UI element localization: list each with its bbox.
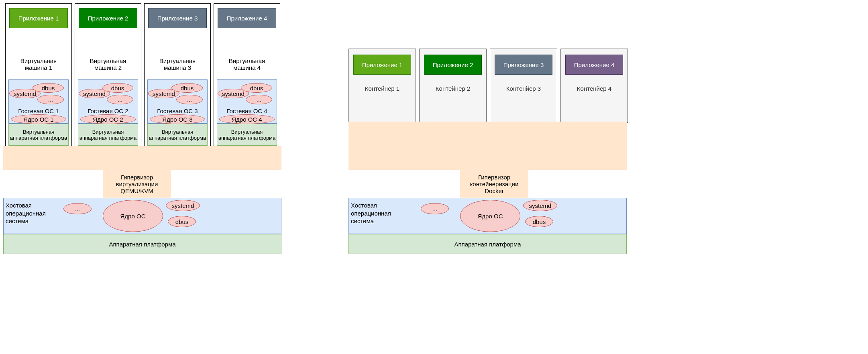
host-kernel-left: Ядро ОС	[103, 200, 163, 232]
container-name-2: Контейнер 2	[423, 83, 483, 93]
hypervisor-bar-right	[348, 122, 627, 170]
guest-kernel-2: Ядро ОС 2	[80, 114, 136, 124]
guest-dots-4: ...	[246, 95, 272, 104]
diagram-canvas: Приложение 1 Виртуальная машина 1 Гостев…	[3, 3, 865, 351]
container-app-box-2: Приложение 2	[424, 55, 482, 75]
virtual-hw-box-3: Виртуальная аппаратная платформа	[147, 124, 208, 146]
container-name-3: Контенйер 3	[494, 83, 553, 93]
virtual-hw-box-2: Виртуальная аппаратная платформа	[78, 124, 138, 146]
guest-kernel-1: Ядро ОС 1	[11, 114, 66, 124]
app-box-1: Приложение 1	[9, 8, 68, 28]
vm-label-4: Виртуальная машина 4	[217, 56, 277, 72]
container-name-4: Контенйер 4	[564, 83, 624, 93]
container-name-1: Контейнер 1	[352, 83, 412, 93]
hardware-box-right: Аппаратная платформа	[348, 234, 627, 254]
vm-label-2: Виртуальная машина 2	[78, 56, 138, 72]
hypervisor-box-left: Гипервизор виртуализации QEMU/KVM	[103, 170, 171, 198]
guest-kernel-4: Ядро ОС 4	[219, 114, 275, 124]
host-systemd-left: systemd	[166, 200, 200, 211]
guest-dbus-3: dbus	[171, 83, 203, 93]
guest-os-label-2: Гостевая ОС 2	[78, 107, 138, 115]
guest-dbus-2: dbus	[102, 83, 133, 93]
guest-os-label-1: Гостевая ОС 1	[8, 107, 69, 115]
vm-label-1: Виртуальная машина 1	[8, 56, 69, 72]
hypervisor-label-left: Гипервизор виртуализации QEMU/KVM	[103, 174, 171, 194]
hypervisor-bar-left	[3, 146, 281, 170]
container-app-box-1: Приложение 1	[353, 55, 411, 75]
host-dbus-right: dbus	[525, 216, 553, 227]
hardware-box-left: Аппаратная платформа	[3, 234, 281, 254]
virtual-hw-box-4: Виртуальная аппаратная платформа	[217, 124, 277, 146]
app-label-4: Приложение 4	[227, 15, 267, 22]
guest-dbus-4: dbus	[241, 83, 272, 93]
vm-label-3: Виртуальная машина 3	[147, 56, 208, 72]
app-box-4: Приложение 4	[218, 8, 276, 28]
guest-kernel-3: Ядро ОС 3	[150, 114, 205, 124]
app-label-3: Приложение 3	[157, 15, 198, 22]
guest-os-label-4: Гостевая ОС 4	[217, 107, 277, 115]
hypervisor-box-right: Гипервизор контейнеризации Docker	[460, 170, 528, 198]
app-label-2: Приложение 2	[88, 15, 128, 22]
host-kernel-right: Ядро ОС	[460, 200, 520, 232]
guest-os-label-3: Гостевая ОС 3	[147, 107, 208, 115]
guest-dots-1: ...	[37, 95, 64, 104]
container-app-box-4: Приложение 4	[565, 55, 623, 75]
hypervisor-label-right: Гипервизор контейнеризации Docker	[460, 174, 528, 194]
guest-dots-3: ...	[176, 95, 203, 104]
guest-dots-2: ...	[107, 95, 133, 104]
host-dots-right: ...	[421, 203, 449, 214]
host-dbus-left: dbus	[168, 216, 196, 227]
app-box-3: Приложение 3	[148, 8, 207, 28]
container-app-label-4: Приложение 4	[574, 61, 615, 68]
host-os-label-right: Хостовая операционная система	[351, 201, 403, 225]
container-app-label-3: Приложение 3	[503, 61, 544, 68]
host-os-label-left: Хостовая операционная система	[6, 201, 58, 225]
virtual-hw-box-1: Виртуальная аппаратная платформа	[8, 124, 69, 146]
container-app-box-3: Приложение 3	[495, 55, 552, 75]
app-label-1: Приложение 1	[18, 15, 59, 22]
host-systemd-right: systemd	[523, 200, 557, 211]
host-dots-left: ...	[63, 203, 92, 214]
container-app-label-1: Приложение 1	[362, 61, 403, 68]
container-app-label-2: Приложение 2	[433, 61, 473, 68]
guest-dbus-1: dbus	[33, 83, 64, 93]
app-box-2: Приложение 2	[79, 8, 137, 28]
